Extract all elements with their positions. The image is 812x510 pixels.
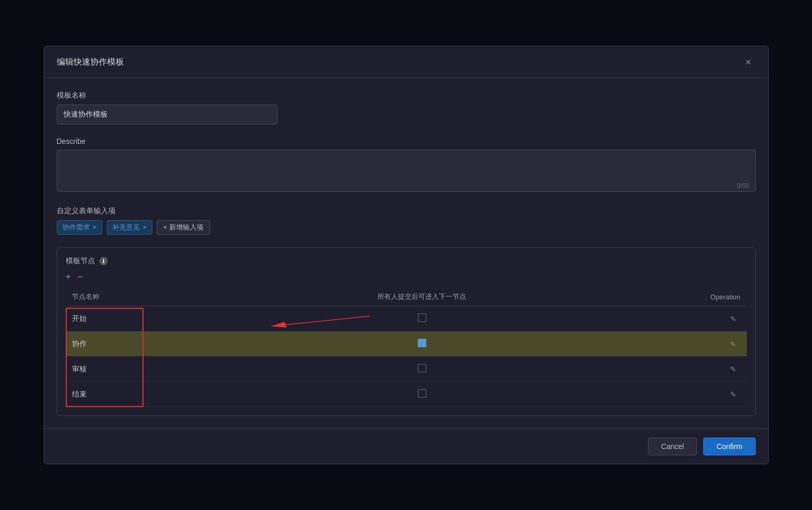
tags-row: 协作需求 × 补充意见 × + 新增输入项 bbox=[57, 220, 756, 235]
dialog-container: 编辑快速协作模板 × 模板名称 Describe 0/50 自定义表单输入项 bbox=[44, 46, 769, 464]
checkbox-2[interactable] bbox=[418, 339, 426, 347]
describe-wrapper: 0/50 bbox=[57, 150, 756, 194]
table-row: 结束 ✎ bbox=[66, 382, 747, 407]
dialog-overlay: 编辑快速协作模板 × 模板名称 Describe 0/50 自定义表单输入项 bbox=[0, 0, 812, 510]
template-name-label: 模板名称 bbox=[57, 91, 756, 100]
col-header-op: Operation bbox=[694, 288, 747, 306]
node-check-cell-2 bbox=[150, 331, 694, 357]
edit-icon-4[interactable]: ✎ bbox=[730, 390, 736, 399]
remove-node-button[interactable]: − bbox=[77, 272, 83, 282]
close-button[interactable]: × bbox=[741, 55, 756, 69]
table-header-row: 节点名称 所有人提交后可进入下一节点 Operation bbox=[66, 288, 747, 306]
nodes-header: 模板节点 ℹ bbox=[66, 256, 747, 266]
info-icon[interactable]: ℹ bbox=[99, 257, 108, 265]
node-op-cell-3: ✎ bbox=[694, 357, 747, 382]
tag-label-1: 协作需求 bbox=[63, 223, 90, 232]
edit-icon-3[interactable]: ✎ bbox=[730, 365, 736, 373]
add-remove-row: + − bbox=[66, 272, 747, 282]
template-name-input[interactable] bbox=[57, 105, 277, 124]
table-row: 开始 ✎ bbox=[66, 306, 747, 331]
nodes-title: 模板节点 bbox=[66, 256, 95, 266]
edit-icon-2[interactable]: ✎ bbox=[730, 340, 736, 348]
dialog-footer: Cancel Confirm bbox=[44, 429, 768, 464]
describe-textarea[interactable] bbox=[57, 150, 756, 192]
col-header-check: 所有人提交后可进入下一节点 bbox=[150, 288, 694, 306]
node-name-cell: 审核 bbox=[66, 357, 150, 382]
checkbox-1[interactable] bbox=[418, 314, 426, 322]
nodes-table: 节点名称 所有人提交后可进入下一节点 Operation 开始 bbox=[66, 288, 747, 407]
node-check-cell-4 bbox=[150, 382, 694, 407]
node-name-1: 开始 bbox=[72, 314, 87, 322]
char-count: 0/50 bbox=[737, 182, 749, 190]
template-name-section: 模板名称 bbox=[57, 91, 756, 124]
tag-close-2[interactable]: × bbox=[143, 224, 147, 231]
node-name-3: 审核 bbox=[72, 365, 87, 373]
template-nodes-section: 模板节点 ℹ + − bbox=[57, 247, 756, 416]
nodes-table-container: 节点名称 所有人提交后可进入下一节点 Operation 开始 bbox=[66, 288, 747, 407]
node-name-cell: 协作 bbox=[66, 331, 150, 357]
col-header-name: 节点名称 bbox=[66, 288, 150, 306]
table-row: 协作 ✎ bbox=[66, 331, 747, 357]
confirm-button[interactable]: Confirm bbox=[703, 438, 755, 455]
node-op-cell-4: ✎ bbox=[694, 382, 747, 407]
tag-cooperation: 协作需求 × bbox=[57, 220, 102, 235]
tag-label-2: 补充意见 bbox=[112, 223, 140, 232]
node-check-cell-3 bbox=[150, 357, 694, 382]
describe-section: Describe 0/50 bbox=[57, 137, 756, 194]
node-check-cell-1 bbox=[150, 306, 694, 331]
node-name-2: 协作 bbox=[72, 339, 87, 348]
node-name-cell: 开始 bbox=[66, 306, 150, 331]
checkbox-4[interactable] bbox=[418, 389, 426, 398]
checkbox-3[interactable] bbox=[418, 364, 426, 372]
edit-icon-1[interactable]: ✎ bbox=[730, 315, 736, 323]
dialog-title: 编辑快速协作模板 bbox=[57, 57, 124, 68]
node-op-cell-1: ✎ bbox=[694, 306, 747, 331]
node-name-cell: 结束 bbox=[66, 382, 150, 407]
add-node-button[interactable]: + bbox=[66, 272, 71, 282]
describe-label: Describe bbox=[57, 137, 756, 145]
add-input-button[interactable]: + 新增输入项 bbox=[157, 220, 210, 235]
node-op-cell-2: ✎ bbox=[694, 331, 747, 357]
dialog-body: 模板名称 Describe 0/50 自定义表单输入项 协作需求 × bbox=[44, 78, 768, 429]
cancel-button[interactable]: Cancel bbox=[648, 438, 697, 455]
tag-supplement: 补充意见 × bbox=[107, 220, 152, 235]
node-name-4: 结束 bbox=[72, 390, 87, 398]
custom-inputs-label: 自定义表单输入项 bbox=[57, 206, 756, 216]
table-row: 审核 ✎ bbox=[66, 357, 747, 382]
custom-inputs-section: 自定义表单输入项 协作需求 × 补充意见 × + 新增输入项 bbox=[57, 206, 756, 235]
dialog-header: 编辑快速协作模板 × bbox=[44, 46, 768, 78]
tag-close-1[interactable]: × bbox=[93, 224, 97, 231]
